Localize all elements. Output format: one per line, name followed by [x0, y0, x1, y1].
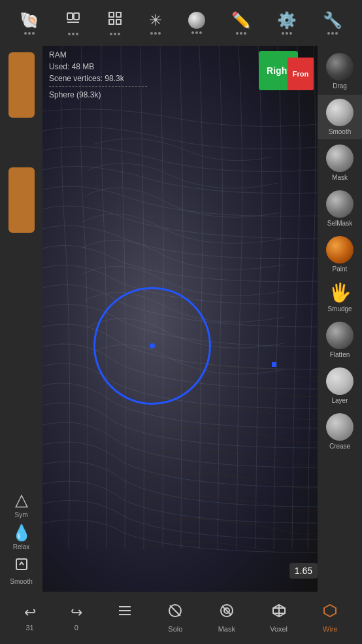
wire-label: Wire	[323, 625, 338, 633]
sym-icon: △	[15, 490, 28, 510]
smooth-label-left: Smooth	[10, 578, 32, 585]
svg-rect-3	[109, 12, 114, 17]
smudge-icon: 🖐	[329, 282, 352, 303]
svg-rect-5	[109, 20, 114, 24]
material-sphere	[188, 12, 205, 29]
layer-tool[interactable]: Layer	[318, 364, 362, 408]
toolbar-material[interactable]	[188, 12, 205, 34]
layer-sphere	[326, 367, 354, 395]
selmask-sphere	[326, 190, 354, 218]
sym-label: Sym	[15, 511, 28, 518]
logo-icon: 🐚	[20, 11, 39, 29]
selection-dot-right	[272, 362, 276, 367]
undo-icon: ↩	[24, 604, 36, 621]
left-sidebar: △ Sym 💧 Relax Smooth	[0, 46, 42, 592]
main-canvas[interactable]: RAM Used: 48 MB Scene vertices: 98.3k Sp…	[42, 46, 318, 592]
menu-button[interactable]: -	[117, 603, 133, 633]
mask-bottom-button[interactable]: Mask	[218, 603, 235, 633]
mask-tool[interactable]: Mask	[318, 141, 362, 185]
paint-sphere	[326, 236, 354, 263]
mask-sphere	[326, 144, 354, 172]
smooth-icon	[13, 556, 30, 577]
lighting-icon: ✳	[149, 11, 162, 29]
files-icon	[65, 10, 81, 30]
smooth-tool[interactable]: Smooth	[318, 95, 362, 139]
mask-bottom-label: Mask	[218, 625, 235, 633]
redo-count: 0	[74, 624, 78, 632]
selmask-tool[interactable]: SelMask	[318, 186, 362, 231]
menu-label: -	[123, 625, 126, 633]
wireframe-overlay	[42, 46, 318, 592]
paint-tool[interactable]: Paint	[318, 232, 362, 277]
undo-button[interactable]: ↩ 31	[24, 604, 36, 632]
solo-icon	[167, 603, 183, 622]
grid-icon	[107, 10, 123, 30]
paint-label: Paint	[333, 265, 348, 273]
svg-rect-4	[116, 12, 121, 17]
value-display: 1.65	[289, 563, 318, 579]
flatten-tool[interactable]: Flatten	[318, 318, 362, 362]
toolbar-pen[interactable]: ✏️	[231, 11, 251, 35]
svg-marker-20	[324, 605, 336, 617]
redo-icon: ↪	[71, 604, 82, 621]
crease-sphere	[326, 413, 354, 441]
relax-tool[interactable]: 💧 Relax	[12, 524, 31, 551]
cube-front-face: Fron	[288, 58, 314, 90]
crease-tool[interactable]: Crease	[318, 409, 362, 454]
svg-rect-6	[116, 20, 121, 24]
tools-icon: 🔧	[323, 11, 342, 29]
top-toolbar: 🐚 ✳ ✏️	[0, 0, 362, 46]
mask-bottom-icon	[219, 603, 235, 622]
left-slider-top[interactable]	[8, 52, 35, 118]
smooth-label: Smooth	[329, 128, 351, 135]
toolbar-grid[interactable]	[107, 10, 123, 35]
drag-label: Drag	[333, 82, 347, 90]
bottom-toolbar: ↩ 31 ↪ 0 - Solo	[0, 592, 362, 644]
smooth-sphere	[326, 99, 354, 126]
orientation-cube[interactable]: Right Fron	[259, 51, 311, 97]
mask-label: Mask	[332, 174, 348, 181]
toolbar-lighting[interactable]: ✳	[149, 11, 162, 35]
smudge-label: Smudge	[327, 305, 352, 313]
toolbar-logo[interactable]: 🐚	[20, 11, 39, 35]
solo-label: Solo	[168, 625, 182, 633]
drag-sphere	[326, 53, 354, 80]
toolbar-tools[interactable]: 🔧	[323, 11, 342, 35]
pen-icon: ✏️	[231, 11, 251, 29]
layer-label: Layer	[331, 397, 348, 404]
redo-button[interactable]: ↪ 0	[71, 604, 82, 632]
toolbar-settings[interactable]: ⚙️	[277, 11, 297, 35]
voxel-icon	[271, 603, 287, 622]
crease-label: Crease	[329, 443, 350, 450]
smooth-tool-left[interactable]: Smooth	[10, 556, 32, 585]
voxel-label: Voxel	[270, 625, 288, 633]
svg-rect-7	[16, 559, 27, 569]
settings-icon: ⚙️	[277, 11, 297, 29]
voxel-button[interactable]: Voxel	[270, 603, 288, 633]
selmask-label: SelMask	[327, 220, 352, 227]
svg-line-12	[170, 605, 180, 616]
solo-button[interactable]: Solo	[167, 603, 183, 633]
wire-button[interactable]: Wire	[322, 603, 338, 633]
sym-tool[interactable]: △ Sym	[15, 490, 28, 518]
menu-icon	[117, 603, 133, 622]
relax-label: Relax	[13, 543, 30, 551]
toolbar-files[interactable]	[65, 10, 81, 35]
flatten-sphere	[326, 322, 354, 349]
svg-rect-1	[74, 13, 79, 20]
right-sidebar: Drag Smooth Mask SelMask Paint 🖐 Smudge …	[318, 46, 362, 592]
undo-count: 31	[26, 624, 34, 632]
drag-tool[interactable]: Drag	[318, 49, 362, 93]
relax-icon: 💧	[12, 524, 31, 542]
left-slider-bottom[interactable]	[8, 167, 35, 233]
smudge-tool[interactable]: 🖐 Smudge	[318, 278, 362, 316]
flatten-label: Flatten	[330, 351, 350, 358]
svg-rect-0	[67, 13, 73, 20]
wire-icon	[322, 603, 338, 622]
